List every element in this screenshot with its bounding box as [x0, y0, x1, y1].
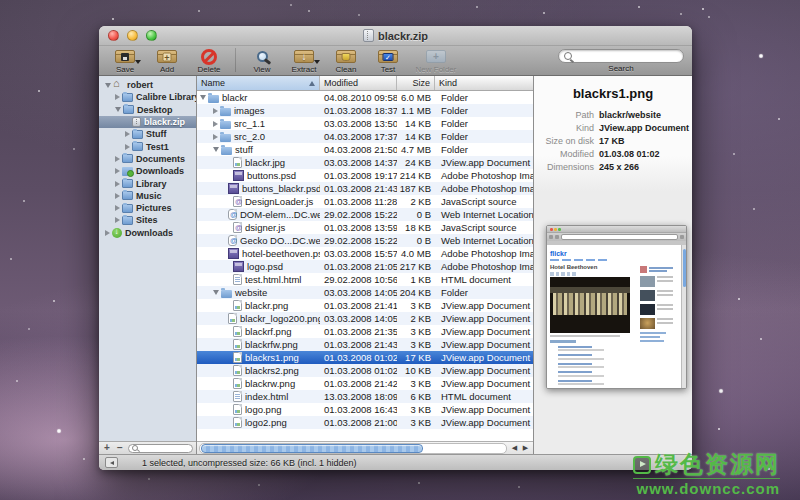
- scroll-right-arrow-icon[interactable]: ▶: [520, 443, 531, 453]
- scrollbar-track[interactable]: [199, 443, 507, 454]
- sidebar-item-documents[interactable]: Documents: [99, 153, 196, 165]
- file-row-blackr-logo200-png[interactable]: blackr_logo200.png03.03.2008 14:052 KBJV…: [197, 312, 533, 325]
- clean-button[interactable]: Clean: [326, 48, 366, 74]
- file-list-header: Name Modified Size Kind: [197, 76, 533, 91]
- file-modified: 01.03.2008 21:00: [320, 417, 397, 428]
- file-size: 3 KB: [397, 339, 435, 350]
- file-row-logo2-png[interactable]: logo2.png01.03.2008 21:003 KBJView.app D…: [197, 416, 533, 429]
- file-row-gecko-do-dc-webloc[interactable]: Gecko DO...DC.webloc29.02.2008 15:220 BW…: [197, 234, 533, 247]
- downloads-folder-icon: [122, 167, 133, 176]
- disclosure-triangle-icon[interactable]: [125, 131, 130, 137]
- sidebar-item-blackr-zip[interactable]: blackr.zip: [99, 116, 196, 128]
- file-row-logo-png[interactable]: logo.png01.03.2008 16:433 KBJView.app Do…: [197, 403, 533, 416]
- add-button[interactable]: + Add: [147, 48, 187, 74]
- extract-button[interactable]: ↓ Extract: [284, 48, 324, 74]
- disclosure-triangle-icon[interactable]: [125, 144, 130, 150]
- sidebar-item-stuff[interactable]: Stuff: [99, 128, 196, 140]
- sidebar-add-button[interactable]: +: [102, 443, 112, 453]
- file-row-test-html-html[interactable]: test.html.html29.02.2008 10:561 KBHTML d…: [197, 273, 533, 286]
- sidebar-item-library[interactable]: Library: [99, 177, 196, 189]
- toolbar-search-field[interactable]: [558, 49, 684, 63]
- file-row-blackr-jpg[interactable]: blackr.jpg03.03.2008 14:3724 KBJView.app…: [197, 156, 533, 169]
- sidebar-item-music[interactable]: Music: [99, 190, 196, 202]
- disclosure-triangle-icon[interactable]: [115, 181, 120, 187]
- column-header-name[interactable]: Name: [197, 76, 320, 90]
- sidebar-item-sites[interactable]: Sites: [99, 214, 196, 226]
- sidebar-remove-button[interactable]: −: [115, 443, 125, 453]
- file-kind: Folder: [435, 131, 533, 142]
- extract-menu-arrow-icon[interactable]: [314, 60, 320, 64]
- delete-button[interactable]: Delete: [189, 48, 229, 74]
- disclosure-triangle-icon[interactable]: [105, 83, 111, 88]
- zoom-button[interactable]: [146, 30, 157, 41]
- mini-browser-toolbar: [547, 233, 686, 241]
- sidebar-item-robert[interactable]: robert: [99, 79, 196, 91]
- file-row-blackrw-png[interactable]: blackrw.png01.03.2008 21:423 KBJView.app…: [197, 377, 533, 390]
- file-row-dom-elem-dc-webloc[interactable]: DOM-elem...DC.webloc29.02.2008 15:220 BW…: [197, 208, 533, 221]
- search-label: Search: [608, 64, 633, 73]
- disclosure-triangle-icon[interactable]: [213, 134, 218, 140]
- file-row-buttons-blackr-psd[interactable]: buttons_blackr.psd01.03.2008 21:43187 KB…: [197, 182, 533, 195]
- window-title: blackr.zip: [378, 30, 428, 42]
- sidebar-item-downloads[interactable]: Downloads: [99, 227, 196, 239]
- file-row-blackr[interactable]: blackr04.08.2010 09:586.0 MBFolder: [197, 91, 533, 104]
- sidebar-item-desktop[interactable]: Desktop: [99, 104, 196, 116]
- file-row-designloader-js[interactable]: DesignLoader.js01.03.2008 11:282 KBJavaS…: [197, 195, 533, 208]
- disclosure-triangle-icon[interactable]: [115, 156, 120, 162]
- disclosure-triangle-icon[interactable]: [115, 94, 120, 100]
- search-input[interactable]: [576, 50, 678, 63]
- file-row-images[interactable]: images01.03.2008 18:371.1 MBFolder: [197, 104, 533, 117]
- file-size: 24 KB: [397, 157, 435, 168]
- file-kind: JView.app Document: [435, 378, 533, 389]
- disclosure-triangle-icon[interactable]: [213, 290, 219, 295]
- file-row-logo-psd[interactable]: logo.psd01.03.2008 21:05217 KBAdobe Phot…: [197, 260, 533, 273]
- file-row-dsigner-js[interactable]: dsigner.js01.03.2008 13:5918 KBJavaScrip…: [197, 221, 533, 234]
- file-row-blackrf-png[interactable]: blackrf.png01.03.2008 21:353 KBJView.app…: [197, 325, 533, 338]
- view-button[interactable]: View: [242, 48, 282, 74]
- close-button[interactable]: [108, 30, 119, 41]
- file-row-src-2-0[interactable]: src_2.004.03.2008 17:3714 KBFolder: [197, 130, 533, 143]
- sidebar-search-field[interactable]: [128, 444, 193, 453]
- file-row-buttons-psd[interactable]: buttons.psd01.03.2008 19:17214 KBAdobe P…: [197, 169, 533, 182]
- file-row-blackrfw-png[interactable]: blackrfw.png01.03.2008 21:433 KBJView.ap…: [197, 338, 533, 351]
- test-button[interactable]: ✓ Test: [368, 48, 408, 74]
- scroll-left-arrow-icon[interactable]: ◀: [509, 443, 520, 453]
- sidebar-item-label: Documents: [136, 154, 185, 164]
- disclosure-triangle-icon[interactable]: [115, 193, 120, 199]
- sidebar-item-test1[interactable]: Test1: [99, 140, 196, 152]
- watermark-title: 绿色资源网: [655, 453, 780, 476]
- scrollbar-thumb[interactable]: [201, 444, 423, 453]
- horizontal-scrollbar[interactable]: ◀ ▶: [197, 441, 533, 454]
- file-row-src-1-1[interactable]: src_1.103.03.2008 13:5014 KBFolder: [197, 117, 533, 130]
- column-header-size[interactable]: Size: [397, 76, 435, 90]
- file-row-hotel-beethoven-psd[interactable]: hotel-beethoven.psd03.03.2008 15:574.0 M…: [197, 247, 533, 260]
- minimize-button[interactable]: [127, 30, 138, 41]
- file-row-blackrs2-png[interactable]: blackrs2.png01.03.2008 01:0210 KBJView.a…: [197, 364, 533, 377]
- file-row-blackrs1-png[interactable]: blackrs1.png01.03.2008 01:0217 KBJView.a…: [197, 351, 533, 364]
- disclosure-triangle-icon[interactable]: [115, 168, 120, 174]
- file-row-index-html[interactable]: index.html13.03.2008 18:096 KBHTML docum…: [197, 390, 533, 403]
- folder-icon: [220, 121, 231, 129]
- file-row-website[interactable]: website03.03.2008 14:05204 KBFolder: [197, 286, 533, 299]
- save-menu-arrow-icon[interactable]: [135, 60, 141, 64]
- file-modified: 29.02.2008 15:22: [320, 235, 397, 246]
- disclosure-triangle-icon[interactable]: [213, 147, 219, 152]
- disclosure-triangle-icon[interactable]: [213, 108, 218, 114]
- column-header-modified[interactable]: Modified: [320, 76, 397, 90]
- disclosure-triangle-icon[interactable]: [200, 95, 206, 100]
- sidebar-item-downloads[interactable]: Downloads: [99, 165, 196, 177]
- sidebar-toggle-button[interactable]: [105, 457, 118, 468]
- disclosure-triangle-icon[interactable]: [115, 205, 120, 211]
- file-row-blackr-png[interactable]: blackr.png01.03.2008 21:413 KBJView.app …: [197, 299, 533, 312]
- disclosure-triangle-icon[interactable]: [105, 230, 110, 236]
- sidebar-item-calibre-library[interactable]: Calibre Library: [99, 91, 196, 103]
- window-titlebar[interactable]: blackr.zip: [99, 26, 692, 46]
- save-button[interactable]: Save: [105, 48, 145, 74]
- file-row-stuff[interactable]: stuff04.03.2008 21:504.7 MBFolder: [197, 143, 533, 156]
- disclosure-triangle-icon[interactable]: [115, 217, 120, 223]
- column-header-kind[interactable]: Kind: [435, 76, 533, 90]
- disclosure-triangle-icon[interactable]: [213, 121, 218, 127]
- disclosure-triangle-icon[interactable]: [115, 107, 121, 112]
- search-icon: [132, 445, 138, 451]
- sidebar-item-pictures[interactable]: Pictures: [99, 202, 196, 214]
